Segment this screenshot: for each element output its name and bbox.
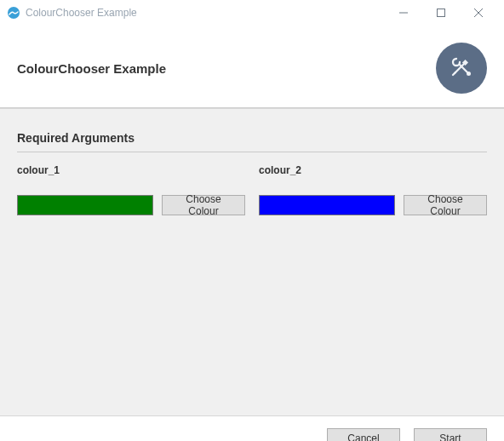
arg-label: colour_1 bbox=[17, 164, 245, 176]
arg-colour-1: colour_1 Choose Colour bbox=[17, 164, 245, 215]
svg-line-6 bbox=[453, 72, 455, 75]
titlebar: ColourChooser Example bbox=[0, 0, 504, 26]
svg-rect-2 bbox=[438, 9, 445, 17]
colour-swatch-2[interactable] bbox=[259, 195, 395, 215]
arg-colour-2: colour_2 Choose Colour bbox=[259, 164, 487, 215]
arguments-row: colour_1 Choose Colour colour_2 Choose C… bbox=[17, 164, 487, 215]
colour-swatch-1[interactable] bbox=[17, 195, 153, 215]
maximize-button[interactable] bbox=[422, 0, 460, 26]
wrench-screwdriver-icon bbox=[447, 52, 476, 84]
choose-colour-button-2[interactable]: Choose Colour bbox=[404, 195, 487, 215]
header: ColourChooser Example bbox=[0, 26, 504, 107]
footer: Cancel Start bbox=[0, 416, 504, 441]
section-title: Required Arguments bbox=[17, 131, 487, 152]
arg-controls: Choose Colour bbox=[259, 195, 487, 215]
minimize-button[interactable] bbox=[385, 0, 422, 26]
page-title: ColourChooser Example bbox=[17, 61, 166, 76]
start-button[interactable]: Start bbox=[414, 428, 487, 441]
tools-icon-circle bbox=[436, 43, 487, 94]
app-icon bbox=[7, 6, 20, 20]
window-controls bbox=[385, 0, 497, 26]
close-button[interactable] bbox=[460, 0, 497, 26]
svg-point-8 bbox=[467, 72, 471, 76]
cancel-button[interactable]: Cancel bbox=[327, 428, 400, 441]
arg-controls: Choose Colour bbox=[17, 195, 245, 215]
arg-label: colour_2 bbox=[259, 164, 487, 176]
window-title: ColourChooser Example bbox=[26, 7, 137, 19]
choose-colour-button-1[interactable]: Choose Colour bbox=[162, 195, 245, 215]
main-panel: Required Arguments colour_1 Choose Colou… bbox=[0, 108, 504, 416]
